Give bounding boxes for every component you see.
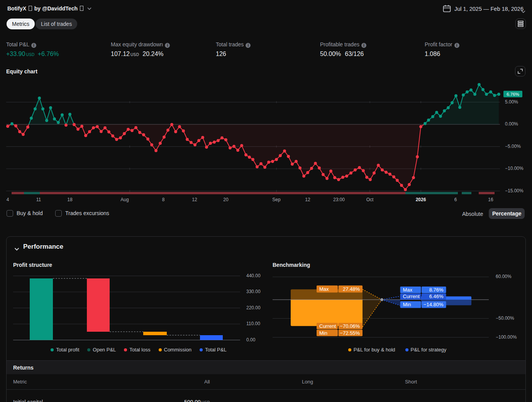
svg-text:4: 4: [7, 197, 9, 202]
svg-text:−100.00%: −100.00%: [496, 334, 517, 340]
svg-text:16: 16: [488, 197, 493, 202]
svg-text:6: 6: [454, 197, 457, 202]
svg-text:−14.80%: −14.80%: [424, 302, 444, 307]
svg-text:11: 11: [36, 197, 41, 202]
svg-text:6.76%: 6.76%: [507, 92, 519, 97]
svg-text:Current: Current: [403, 293, 420, 299]
svg-text:Current: Current: [319, 323, 336, 329]
svg-text:60.00%: 60.00%: [496, 274, 512, 279]
svg-text:2026: 2026: [416, 197, 426, 202]
svg-text:−70.06%: −70.06%: [340, 323, 360, 329]
svg-text:0.00%: 0.00%: [505, 121, 518, 127]
svg-text:330.00: 330.00: [246, 289, 261, 294]
svg-text:20: 20: [223, 197, 229, 202]
svg-text:−10.00%: −10.00%: [505, 166, 524, 171]
svg-text:Sep: Sep: [272, 197, 281, 202]
svg-text:−50.00%: −50.00%: [496, 315, 514, 321]
svg-text:27.48%: 27.48%: [343, 286, 360, 292]
svg-text:12: 12: [305, 197, 310, 202]
svg-text:8.76%: 8.76%: [429, 287, 444, 293]
svg-text:−15.00%: −15.00%: [505, 188, 524, 193]
svg-text:−5.00%: −5.00%: [505, 144, 521, 149]
svg-text:12: 12: [192, 197, 197, 202]
svg-text:−72.55%: −72.55%: [340, 330, 360, 336]
svg-text:18: 18: [67, 197, 73, 202]
svg-text:Max: Max: [319, 286, 329, 292]
svg-text:Max: Max: [403, 287, 413, 293]
svg-text:Min: Min: [319, 330, 327, 336]
svg-text:440.00: 440.00: [246, 273, 261, 278]
svg-text:6.46%: 6.46%: [429, 293, 444, 299]
svg-text:0.00: 0.00: [246, 337, 256, 343]
svg-text:8: 8: [162, 197, 165, 202]
svg-text:110.00: 110.00: [246, 321, 260, 326]
svg-text:5.00%: 5.00%: [505, 99, 518, 105]
svg-text:220.00: 220.00: [246, 305, 261, 310]
svg-text:23:00: 23:00: [333, 197, 345, 202]
svg-text:Min: Min: [403, 302, 411, 307]
svg-text:Aug: Aug: [120, 197, 129, 202]
svg-text:Oct: Oct: [366, 197, 374, 202]
